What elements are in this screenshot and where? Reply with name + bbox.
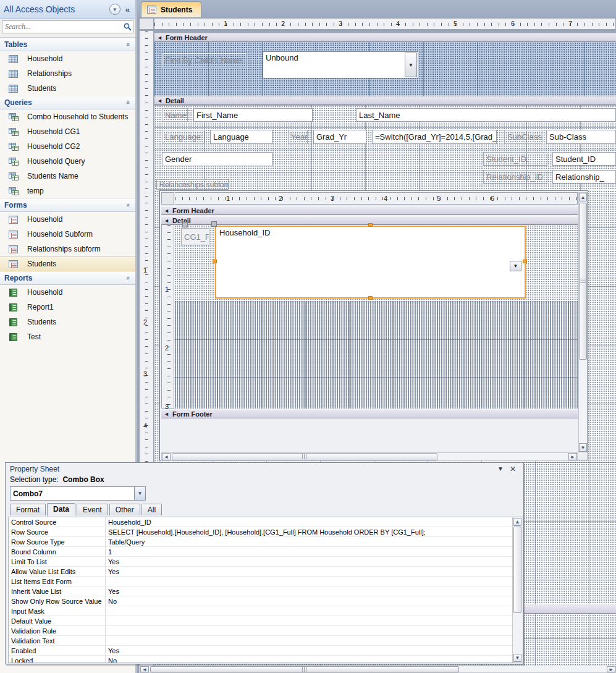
search-icon[interactable] <box>122 23 133 31</box>
student-id-label[interactable]: Student_ID: <box>483 152 547 166</box>
nav-item-form-relationships-subform[interactable]: Relationships subform <box>0 242 135 256</box>
tab-data[interactable]: Data <box>47 503 75 516</box>
find-by-childs-name-label[interactable]: Find By Child's Name <box>162 53 247 68</box>
scroll-left-icon[interactable]: ◄ <box>162 453 171 460</box>
nav-item-query-household-cg1[interactable]: Household CG1 <box>0 124 135 139</box>
cg1-label[interactable]: CG1_F <box>181 228 209 245</box>
scroll-up-icon[interactable]: ▲ <box>513 518 521 526</box>
subform-vertical-scrollbar[interactable]: ▲ ▼ <box>578 192 588 452</box>
subform-grid-cells <box>174 302 578 408</box>
property-row: Show Only Row Source ValueNo <box>9 596 513 606</box>
nav-item-query-combo-household-to-students[interactable]: Combo Household to Students <box>0 109 135 124</box>
scroll-left-icon[interactable]: ◄ <box>140 666 149 672</box>
nav-item-report-test[interactable]: Test <box>0 329 135 344</box>
nav-item-query-students-name[interactable]: Students Name <box>0 169 135 184</box>
switch-expression-textbox[interactable]: =Switch([Grad_Yr]=2014,5,[Grad_Y <box>372 130 497 144</box>
nav-item-table-students[interactable]: Students <box>0 81 135 96</box>
shutter-bar-close-icon[interactable]: « <box>124 5 132 14</box>
collapse-chevron-icon[interactable]: « <box>125 101 132 104</box>
year-label[interactable]: Year: <box>288 130 308 144</box>
scroll-right-icon[interactable]: ► <box>568 453 577 460</box>
nav-menu-dropdown-icon[interactable]: ▼ <box>109 4 120 15</box>
nav-section-tables[interactable]: Tables« <box>0 38 135 51</box>
scroll-thumb[interactable] <box>513 527 521 613</box>
detail-section-bar[interactable]: ◄ Detail <box>154 96 616 105</box>
scroll-thumb[interactable] <box>150 666 459 672</box>
scroll-down-icon[interactable]: ▼ <box>579 443 587 452</box>
grad-yr-textbox[interactable]: Grad_Yr <box>313 130 366 144</box>
label-move-handle[interactable] <box>182 222 188 227</box>
nav-section-reports[interactable]: Reports« <box>0 271 135 285</box>
collapse-chevron-icon[interactable]: « <box>125 43 132 46</box>
relationship-id-textbox[interactable]: Relationship_ <box>552 170 616 184</box>
nav-item-report-report1[interactable]: Report1 <box>0 300 135 315</box>
combo-dropdown-icon[interactable]: ▼ <box>510 261 521 271</box>
tab-all[interactable]: All <box>141 504 162 515</box>
first-name-textbox[interactable]: First_Name <box>193 108 313 122</box>
tab-students[interactable]: Students <box>141 1 201 17</box>
resize-handle-top[interactable] <box>368 223 373 227</box>
form-header-section-bar[interactable]: ◄ Form Header <box>154 33 616 42</box>
nav-section-queries[interactable]: Queries« <box>0 96 135 109</box>
resize-handle-left[interactable] <box>213 260 217 263</box>
nav-pane-header[interactable]: All Access Objects ▼ « <box>0 0 135 19</box>
relationship-id-label[interactable]: Relationship_ID: <box>483 170 547 184</box>
combo-move-handle[interactable] <box>211 221 217 227</box>
tab-event[interactable]: Event <box>77 504 108 515</box>
search-input[interactable] <box>2 22 122 32</box>
scroll-down-icon[interactable]: ▼ <box>513 654 521 662</box>
gender-textbox[interactable]: Gender <box>162 152 272 166</box>
query-icon <box>8 172 19 180</box>
query-icon <box>8 143 19 151</box>
subform-ruler-corner-box[interactable] <box>161 192 174 205</box>
subform-form-header-bar[interactable]: ◄ Form Header <box>161 206 578 215</box>
collapse-chevron-icon[interactable]: « <box>125 203 132 207</box>
nav-item-report-household[interactable]: Household <box>0 285 135 300</box>
household-id-combo-selected[interactable]: Household_ID ▼ <box>215 226 526 298</box>
nav-item-query-household-query[interactable]: Household Query <box>0 154 135 169</box>
control-selector-combo[interactable]: Combo7 ▼ <box>10 486 146 501</box>
horizontal-ruler: 1 2 3 4 5 6 7 <box>154 18 616 30</box>
nav-item-form-household[interactable]: Household <box>0 212 135 227</box>
nav-item-table-relationships[interactable]: Relationships <box>0 66 135 81</box>
name-label[interactable]: Name: <box>162 108 188 122</box>
scroll-right-icon[interactable]: ► <box>607 666 615 672</box>
subform-horizontal-scrollbar[interactable]: ◄ ► <box>161 452 578 461</box>
nav-item-table-household[interactable]: Household <box>0 51 135 66</box>
nav-section-forms[interactable]: Forms« <box>0 198 135 212</box>
dropdown-icon[interactable]: ▼ <box>494 465 507 472</box>
combo-dropdown-icon[interactable]: ▼ <box>405 53 417 77</box>
close-icon[interactable]: ✕ <box>507 465 519 473</box>
collapse-chevron-icon[interactable]: « <box>125 276 132 280</box>
tab-format[interactable]: Format <box>10 504 46 515</box>
language-textbox[interactable]: Language <box>210 130 272 144</box>
subform-form-footer-bar[interactable]: ◄ Form Footer <box>161 409 578 418</box>
property-grid-scrollbar[interactable]: ▲ ▼ <box>512 517 523 662</box>
ruler-corner-box[interactable] <box>139 18 154 30</box>
nav-item-form-household-subform[interactable]: Household Subform <box>0 227 135 242</box>
resize-handle-bottom[interactable] <box>368 296 373 300</box>
relationships-subform-label[interactable]: Relationships subform: <box>156 179 229 190</box>
form-icon <box>8 231 19 239</box>
subclass-textbox[interactable]: Sub-Class <box>546 130 616 144</box>
form-icon <box>8 245 19 253</box>
relationships-subform-design[interactable]: 1 2 3 4 5 6 ◄ Form Header ◄ Detail 1 2 3… <box>159 190 588 460</box>
tab-other[interactable]: Other <box>109 504 140 515</box>
nav-item-report-students[interactable]: Students <box>0 315 135 329</box>
nav-item-form-students-selected[interactable]: Students <box>0 256 135 271</box>
last-name-textbox[interactable]: Last_Name <box>356 108 616 122</box>
scroll-thumb[interactable] <box>579 203 587 360</box>
find-combo-box[interactable]: Unbound ▼ <box>263 51 418 78</box>
language-label[interactable]: Language: <box>162 130 205 144</box>
subclass-label[interactable]: SubClass: <box>504 130 542 144</box>
property-sheet-title: Property Sheet <box>10 465 494 473</box>
property-sheet-title-bar[interactable]: Property Sheet ▼ ✕ <box>6 463 523 475</box>
nav-item-query-temp[interactable]: temp <box>0 184 135 198</box>
nav-item-query-household-cg2[interactable]: Household CG2 <box>0 139 135 154</box>
main-horizontal-scrollbar[interactable]: ◄ ► <box>139 666 616 673</box>
combo-dropdown-icon[interactable]: ▼ <box>134 487 145 500</box>
scroll-thumb[interactable] <box>172 453 437 460</box>
resize-handle-right[interactable] <box>523 260 527 263</box>
scroll-up-icon[interactable]: ▲ <box>579 193 587 201</box>
student-id-textbox[interactable]: Student_ID <box>552 152 616 166</box>
